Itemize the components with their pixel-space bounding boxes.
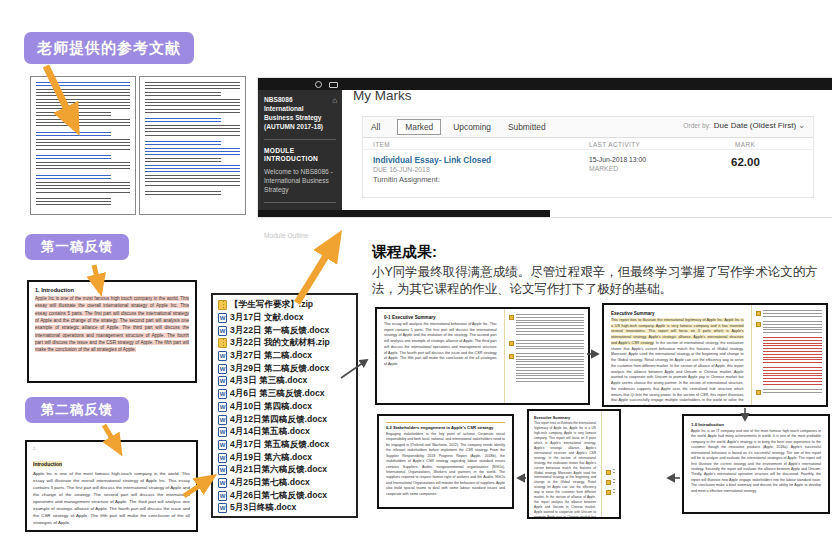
file-icon xyxy=(218,453,227,463)
status-badge: MARKED xyxy=(589,165,618,172)
marks-panel: AllMarkedUpcomingSubmitted Order by:Due … xyxy=(362,116,814,198)
file-list-item[interactable]: 4月10日 第四稿.docx xyxy=(218,401,354,414)
file-list-item[interactable]: 4月21日第六稿反馈.docx xyxy=(218,464,354,477)
marks-tab[interactable]: All xyxy=(371,122,380,132)
doc-body: This report tries to illustrate the inte… xyxy=(534,421,596,519)
divider xyxy=(264,202,336,203)
doc-body: Engaging stakeholders is the key point o… xyxy=(386,432,505,497)
file-icon xyxy=(218,300,227,310)
file-name: 3月29日 第二稿反馈.docx xyxy=(230,363,329,375)
label-second-draft-feedback: 第二稿反馈 xyxy=(25,397,129,423)
divider xyxy=(264,139,336,140)
file-list-item[interactable]: 5月3日终稿.docx xyxy=(218,502,354,515)
file-icon xyxy=(218,338,227,348)
file-icon xyxy=(218,376,227,386)
circle-icon[interactable] xyxy=(315,81,322,88)
course-title: NBS8086 International Business Strategy … xyxy=(264,96,336,132)
comment-icon xyxy=(509,341,514,346)
infographic-canvas: 老师提供的参考文献 NBS8086 Internat xyxy=(0,0,832,542)
doc-heading: Executive Summary xyxy=(611,311,744,316)
comment-icon xyxy=(606,480,611,485)
file-name: 4月17日 第五稿反馈.docx xyxy=(230,439,329,451)
folder-icon[interactable] xyxy=(329,82,338,88)
file-list-item[interactable]: 4月3日 第三稿.docx xyxy=(218,375,354,388)
order-by-label: Order by: xyxy=(683,122,710,129)
comment xyxy=(756,367,822,385)
file-list-item[interactable]: 4月17日 第五稿反馈.docx xyxy=(218,439,354,452)
file-icon xyxy=(218,389,227,399)
sidebar-section: MODULE INFORMATION Module Outline xyxy=(264,202,336,241)
label-teacher-references: 老师提供的参考文献 xyxy=(24,32,194,64)
file-icon xyxy=(218,415,227,425)
comment-icon xyxy=(756,322,761,327)
sidebar-link[interactable]: Welcome to NBS8086 - International Busin… xyxy=(264,168,336,195)
file-name: 4月19日 第六稿.docx xyxy=(230,452,312,464)
comment xyxy=(756,321,822,333)
sidebar-section-header: MODULE INTRODUCTION xyxy=(264,147,336,165)
file-name: 4月21日第六稿反馈.docx xyxy=(230,464,327,476)
doc-heading: 1.0 Introduction xyxy=(691,422,821,427)
comment-icon xyxy=(509,315,514,320)
file-icon xyxy=(218,326,227,336)
file-icon xyxy=(218,503,227,513)
introduction-final-doc: 1.0 Introduction Apple Inc is an IT comp… xyxy=(682,414,830,514)
mark-value: 62.00 xyxy=(731,156,760,168)
comment xyxy=(756,310,822,317)
comment xyxy=(606,469,615,475)
file-list-item[interactable]: 3月22日 第一稿反馈.docx xyxy=(218,324,354,337)
marks-tab[interactable]: Submitted xyxy=(508,122,546,132)
outcome-heading: 课程成果: xyxy=(372,243,437,262)
reference-text xyxy=(145,82,240,89)
file-name: 3月17日 文献.docx xyxy=(230,312,304,324)
file-list-item[interactable]: 3月22日 我的文献材料.zip xyxy=(218,337,354,350)
doc-note: 2. xyxy=(33,446,190,451)
file-list-item[interactable]: 4月26日第七稿反馈.docx xyxy=(218,489,354,502)
reference-page-2 xyxy=(139,76,246,215)
comment xyxy=(606,479,615,485)
file-list-item[interactable]: 3月27日 第二稿.docx xyxy=(218,350,354,363)
file-name: 4月6日 第三稿反馈.docx xyxy=(230,388,325,400)
order-by-dropdown[interactable]: Due Date (Oldest First) xyxy=(714,121,805,130)
doc-heading: Introduction xyxy=(33,461,62,467)
marks-tab[interactable]: Marked xyxy=(397,119,441,135)
col-item: ITEM xyxy=(373,141,390,148)
file-list: 【学生写作要求】.zip 3月17日 文献.docx 3月22日 第一稿反馈.d… xyxy=(211,293,358,518)
file-list-item[interactable]: 4月19日 第六稿.docx xyxy=(218,451,354,464)
sidebar-section: MODULE INTRODUCTION Welcome to NBS8086 -… xyxy=(264,139,336,195)
comments-column xyxy=(504,309,588,403)
comment-icon xyxy=(606,470,611,475)
label-first-draft-feedback: 第一稿反馈 xyxy=(25,234,129,260)
file-list-item[interactable]: 3月29日 第二稿反馈.docx xyxy=(218,362,354,375)
comments-column xyxy=(751,305,826,405)
marks-tab[interactable]: Upcoming xyxy=(453,122,491,132)
file-list-item[interactable]: 【学生写作要求】.zip xyxy=(218,299,354,312)
doc-heading: Executive Summary xyxy=(534,416,596,420)
file-list-item[interactable]: 4月12日第四稿反馈.docx xyxy=(218,413,354,426)
col-mark: MARK xyxy=(735,141,755,148)
file-name: 【学生写作要求】.zip xyxy=(230,299,313,311)
file-name: 3月22日 第一稿反馈.docx xyxy=(230,325,329,337)
doc-heading: 0-1 Executive Summary xyxy=(384,315,497,320)
home-icon[interactable]: ⌂ xyxy=(332,96,337,107)
file-list-item[interactable]: 3月17日 文献.docx xyxy=(218,312,354,325)
file-icon xyxy=(218,313,227,323)
reference-text xyxy=(36,82,130,86)
file-icon xyxy=(218,427,227,437)
file-list-item[interactable]: 4月6日 第三稿反馈.docx xyxy=(218,388,354,401)
doc-heading: 6.2 Stakeholders engagement in Apple's C… xyxy=(386,422,505,430)
comment-icon xyxy=(756,311,761,316)
file-name: 4月26日第七稿反馈.docx xyxy=(230,490,327,502)
comment xyxy=(509,314,584,336)
file-list-item[interactable]: 4月14日第五稿.docx xyxy=(218,426,354,439)
last-activity-time: 15-Jun-2018 13:00 xyxy=(589,156,646,163)
doc-body: This report tries to illustrate the inte… xyxy=(611,318,744,407)
file-list-item[interactable]: 4月25日第七稿.docx xyxy=(218,477,354,490)
file-name: 5月3日终稿.docx xyxy=(230,502,296,514)
assignment-type: Turnitin Assignment: xyxy=(373,175,440,184)
sidebar-link[interactable]: Module Outline xyxy=(264,232,336,241)
doc-heading: 1. Introduction xyxy=(35,287,189,293)
comment xyxy=(756,337,822,363)
marks-tabs: AllMarkedUpcomingSubmitted Order by:Due … xyxy=(363,117,813,138)
first-draft-doc: 1. Introduction Apple Inc is one of the … xyxy=(27,280,197,383)
assignment-link[interactable]: Individual Essay- Link Closed xyxy=(373,155,491,165)
